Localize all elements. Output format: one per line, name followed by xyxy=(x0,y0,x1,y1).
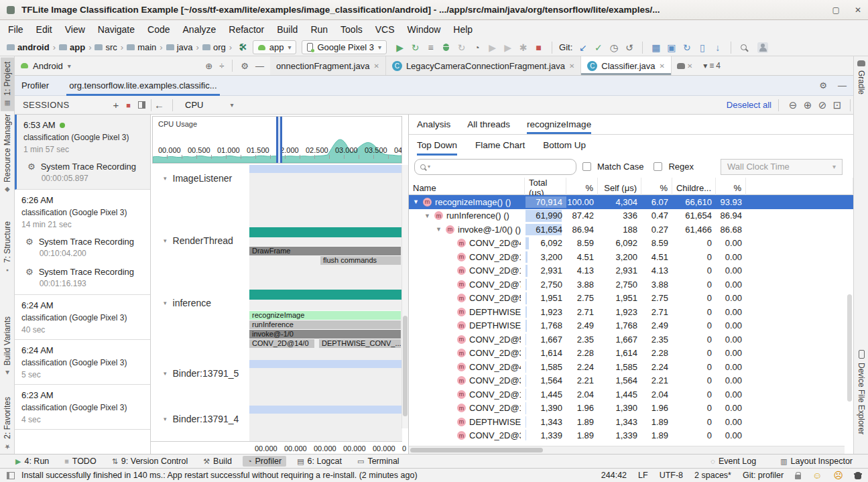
table-row[interactable]: mCONV_2D@7/0()2,7503.882,7503.8800.00 xyxy=(409,278,853,292)
tool-strip-resource-manager[interactable]: ◆Resource Manager xyxy=(1,110,14,198)
table-row[interactable]: ▼mrunInference() ()61,99087.423360.4761,… xyxy=(409,209,853,223)
new-session-icon[interactable]: + xyxy=(113,99,119,111)
project-structure-icon[interactable]: ▦ xyxy=(648,40,664,56)
menu-item-refactor[interactable]: Refactor xyxy=(229,24,264,35)
table-row[interactable]: mCONV_2D@57/0()1,6672.351,6672.3500.00 xyxy=(409,333,853,347)
session-card[interactable]: 6:24 AMclassification (Google Pixel 3)5 … xyxy=(15,340,150,384)
stop-session-icon[interactable]: ■ xyxy=(126,101,131,109)
reset-zoom-icon[interactable]: ⊘ xyxy=(815,99,830,111)
gear-icon[interactable]: ⚙ xyxy=(819,80,827,91)
zoom-to-selection-icon[interactable]: ⊡ xyxy=(830,99,845,111)
breadcrumb-main[interactable]: main xyxy=(125,42,158,52)
line-separator[interactable]: LF xyxy=(638,471,648,480)
gear-icon[interactable]: ⚙ xyxy=(241,61,249,71)
close-button[interactable]: ✕ xyxy=(855,5,861,15)
indent-style[interactable]: 2 spaces* xyxy=(694,471,731,480)
menu-item-view[interactable]: View xyxy=(65,24,85,35)
stop-icon[interactable]: ■ xyxy=(531,40,546,56)
tool-strip-gradle[interactable]: Gradle xyxy=(855,60,868,95)
pinned-tab[interactable]: ✕ xyxy=(672,56,698,75)
regex-checkbox[interactable] xyxy=(654,162,662,171)
table-row[interactable]: mCONV_2D@14/0()1,3901.961,3901.9600.00 xyxy=(409,402,853,416)
thread-label-binder-13791-4[interactable]: ▾Binder:13791_4 xyxy=(164,414,239,424)
table-row[interactable]: mCONV_2D@58/0()1,9512.751,9512.7500.00 xyxy=(409,292,853,306)
attach-profiler-icon[interactable]: ▶ xyxy=(485,40,500,56)
tool-window-build[interactable]: ⚒Build xyxy=(198,456,237,467)
caret-position[interactable]: 244:42 xyxy=(601,471,627,480)
back-to-monitors-icon[interactable]: ← xyxy=(154,99,164,111)
search-input[interactable] xyxy=(432,162,570,172)
menu-item-tools[interactable]: Tools xyxy=(340,24,363,35)
tool-window-6-logcat[interactable]: ▤6: Logcat xyxy=(292,456,347,467)
menu-item-vcs[interactable]: VCS xyxy=(375,24,395,35)
expand-icon[interactable]: ▼ xyxy=(436,226,446,233)
table-row[interactable]: mDEPTHWISE_CONV1,7682.491,7682.4900.00 xyxy=(409,319,853,333)
table-scrollbar[interactable] xyxy=(847,294,852,402)
editor-tab-legacycameraconnectionfragment-java[interactable]: CLegacyCameraConnectionFragment.java✕ xyxy=(386,56,581,75)
apply-changes-icon[interactable]: ↻ xyxy=(408,40,423,56)
filter-search-box[interactable]: ▾ xyxy=(414,159,576,175)
expand-icon[interactable]: ▼ xyxy=(413,198,423,205)
tool-window-9-version-control[interactable]: ⇅9: Version Control xyxy=(107,456,193,467)
session-card[interactable]: 6:53 AMclassification (Google Pixel 3)1 … xyxy=(17,115,150,159)
menu-item-edit[interactable]: Edit xyxy=(36,24,52,35)
hidden-tabs-dropdown[interactable]: ▾ ≡ 4 xyxy=(698,56,726,75)
debug-icon[interactable] xyxy=(443,44,449,51)
hide-panel-icon[interactable]: — xyxy=(838,80,847,91)
editor-tab-classifier-java[interactable]: CClassifier.java✕ xyxy=(581,56,672,75)
notification-person-icon[interactable] xyxy=(855,472,861,479)
timeline-scrollbar[interactable] xyxy=(401,165,408,428)
timeline-selection-marker[interactable] xyxy=(276,117,282,163)
tool-strip-device-file-explorer[interactable]: Device File Explorer xyxy=(855,350,868,434)
maximize-button[interactable]: ▢ xyxy=(832,5,840,15)
tool-strip-build-variants[interactable]: ▲Build Variants xyxy=(1,312,14,381)
thread-label-inference[interactable]: ▾inference xyxy=(164,298,211,308)
cpu-usage-chart[interactable]: CPU Usage 00.00000.50001.00001.50002.000… xyxy=(152,116,402,164)
tool-window-terminal[interactable]: ▭Terminal xyxy=(353,456,404,467)
happy-face-icon[interactable]: ☺ xyxy=(812,470,822,481)
session-card[interactable]: 6:24 AMclassification (Google Pixel 3)40… xyxy=(15,295,150,339)
run-icon[interactable]: ▶ xyxy=(392,40,408,56)
table-row[interactable]: mCONV_2D@18/0()1,4452.041,4452.0400.00 xyxy=(409,387,853,402)
trace-bar[interactable]: recognizeImage xyxy=(249,310,401,320)
breadcrumb-app[interactable]: app xyxy=(58,42,86,52)
close-tab-icon[interactable]: ✕ xyxy=(687,62,692,70)
subtab-top-down[interactable]: Top Down xyxy=(417,135,457,156)
commit-icon[interactable]: ✓ xyxy=(591,40,606,56)
file-encoding[interactable]: UTF-8 xyxy=(660,471,683,480)
session-card[interactable]: 6:26 AMclassification (Google Pixel 3)14… xyxy=(15,190,150,234)
table-row[interactable]: mCONV_2D@36/0()1,6142.281,6142.2800.00 xyxy=(409,347,853,361)
update-project-icon[interactable]: ↙ xyxy=(575,40,591,56)
trace-bar[interactable]: flush commands xyxy=(320,255,401,265)
zoom-out-icon[interactable]: ⊖ xyxy=(786,99,800,111)
lock-icon[interactable] xyxy=(795,475,801,479)
clock-type-select[interactable]: Wall Clock Time ▾ xyxy=(721,159,843,175)
search-options-icon[interactable]: ▾ xyxy=(428,164,430,170)
table-header[interactable]: NameTotal (μs)%Self (μs)%Childre...% xyxy=(409,178,853,195)
history-icon[interactable]: ◷ xyxy=(606,40,621,56)
close-tab-icon[interactable]: ✕ xyxy=(569,62,574,70)
table-row[interactable]: mCONV_2D@40/0()1,5852.241,5852.2400.00 xyxy=(409,360,853,374)
table-row[interactable]: mCONV_2D@32/0()1,5642.211,5642.2100.00 xyxy=(409,374,853,388)
tab-recognizeimage[interactable]: recognizeImage xyxy=(527,115,591,134)
git-branch[interactable]: Git: profiler xyxy=(743,471,784,480)
table-row[interactable]: mCONV_2D@3/0()1,3391.891,3391.8900.00 xyxy=(409,429,853,441)
device-select[interactable]: Google Pixel 3 ▾ xyxy=(302,40,387,54)
tool-strip-2-favorites[interactable]: ★2: Favorites xyxy=(1,393,14,455)
editor-tab-onnectionfragment-java[interactable]: onnectionFragment.java✕ xyxy=(270,56,386,75)
session-card[interactable]: 6:23 AMclassification (Google Pixel 3)4 … xyxy=(15,385,150,429)
thread-label-imagelistener[interactable]: ▾ImageListener xyxy=(164,173,232,184)
trace-bar[interactable]: CONV_2D@14/0 xyxy=(249,339,314,348)
trace-bar[interactable]: DEPTHWISE_CONV_... xyxy=(319,339,401,348)
trace-bar[interactable]: invoke@-1/0 xyxy=(249,329,401,339)
subtab-bottom-up[interactable]: Bottom Up xyxy=(543,135,586,156)
sdk-manager-icon[interactable]: ↓ xyxy=(710,40,725,56)
project-view-header[interactable]: Android ▾ ⊕ ÷ ⚙ — xyxy=(15,56,270,75)
table-row[interactable]: ▼minvoke@-1/0() ()61,65486.941880.2761,4… xyxy=(409,223,853,237)
menu-item-help[interactable]: Help xyxy=(453,24,473,35)
session-recording[interactable]: ⚙System Trace Recording00:00:05.897 xyxy=(17,159,150,189)
attach-debugger-icon[interactable]: ✱ xyxy=(515,40,531,56)
device-manager-icon[interactable]: ▣ xyxy=(664,40,679,56)
session-recording[interactable]: ⚙System Trace Recording00:01:16.193 xyxy=(15,264,150,294)
thread-label-renderthread[interactable]: ▾RenderThread xyxy=(164,235,233,246)
